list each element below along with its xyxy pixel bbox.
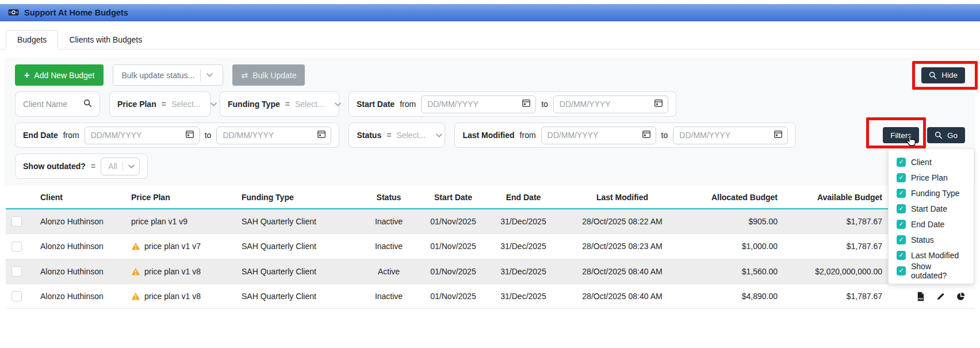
- add-new-budget-label: Add New Budget: [34, 71, 94, 80]
- calendar-icon[interactable]: [522, 98, 531, 110]
- checkbox-checked-icon[interactable]: ✓: [897, 266, 906, 276]
- price-plan-filter[interactable]: Price Plan = Select...: [109, 91, 210, 117]
- checkbox-checked-icon[interactable]: ✓: [897, 251, 906, 260]
- cell-available-budget: $1,787.67: [783, 209, 888, 234]
- calendar-icon[interactable]: [317, 129, 326, 141]
- swap-arrows-icon: ⇄: [241, 71, 248, 80]
- bulk-update-label: Bulk Update: [252, 71, 296, 80]
- cell-last-modified: 28/Oct/2025 08:22 AM: [559, 209, 686, 234]
- cell-funding-type: SAH Quarterly Client: [236, 234, 359, 259]
- chevron-down-icon[interactable]: [210, 102, 217, 106]
- equals-sign: =: [91, 162, 95, 171]
- checkbox-checked-icon[interactable]: ✓: [897, 158, 906, 167]
- to-word: to: [661, 131, 668, 140]
- chevron-down-icon: [206, 73, 213, 77]
- end-date-to-input[interactable]: [216, 127, 331, 144]
- tab-clients-with-budgets[interactable]: Clients with Budgets: [58, 30, 153, 49]
- client-name-input[interactable]: [23, 100, 78, 109]
- show-outdated-filter: Show outdated? = All: [15, 154, 148, 179]
- filters-menu-item-start-date[interactable]: ✓ Start Date: [889, 201, 974, 216]
- row-checkbox[interactable]: [12, 216, 22, 227]
- calendar-icon[interactable]: [774, 129, 783, 141]
- start-date-to-field[interactable]: [560, 100, 634, 109]
- chevron-down-icon[interactable]: [128, 165, 135, 169]
- search-icon: [935, 131, 943, 139]
- chevron-down-icon[interactable]: [436, 133, 442, 137]
- end-date-to-field[interactable]: [223, 131, 297, 140]
- calendar-icon[interactable]: [642, 129, 651, 141]
- last-modified-from-field[interactable]: [548, 131, 622, 140]
- filters-menu-item-show-outdated[interactable]: ✓ Show outdated?: [889, 263, 974, 278]
- equals-sign: =: [386, 131, 391, 140]
- search-icon[interactable]: [83, 99, 92, 110]
- tab-bar: Budgets Clients with Budgets: [0, 30, 980, 49]
- hide-button[interactable]: Hide: [921, 67, 965, 83]
- row-checkbox[interactable]: [12, 291, 22, 301]
- funding-type-filter[interactable]: Funding Type = Select...: [220, 91, 339, 117]
- status-filter[interactable]: Status = Select...: [349, 123, 445, 148]
- add-new-budget-button[interactable]: + Add New Budget: [15, 64, 104, 86]
- header-checkbox-column: [6, 188, 35, 209]
- filters-menu-item-client[interactable]: ✓ Client: [889, 154, 974, 170]
- filters-menu-item-last-modified[interactable]: ✓ Last Modified: [889, 247, 974, 263]
- end-date-from-input[interactable]: [85, 127, 200, 144]
- checkbox-checked-icon[interactable]: ✓: [897, 189, 906, 198]
- filters-menu-item-price-plan[interactable]: ✓ Price Plan: [889, 170, 974, 185]
- pie-chart-icon[interactable]: [956, 292, 965, 301]
- start-date-from-field[interactable]: [427, 100, 502, 109]
- show-outdated-select[interactable]: All: [101, 158, 140, 175]
- cell-allocated-budget: $905.00: [686, 209, 783, 234]
- tab-budgets[interactable]: Budgets: [6, 30, 58, 49]
- calendar-icon[interactable]: [185, 129, 194, 141]
- row-checkbox[interactable]: [12, 266, 22, 277]
- status-filter-label: Status: [357, 131, 381, 140]
- cell-status: Inactive: [359, 234, 419, 259]
- last-modified-to-field[interactable]: [679, 131, 754, 140]
- funding-type-filter-value: Select...: [295, 100, 324, 109]
- cell-end-date: 31/Dec/2025: [488, 209, 559, 234]
- cell-funding-type: SAH Quarterly Client: [236, 209, 359, 234]
- header-last-modified: Last Modified: [559, 188, 686, 209]
- menu-item-label: End Date: [911, 220, 944, 229]
- status-filter-value: Select...: [396, 131, 426, 140]
- cell-allocated-budget: $1,000.00: [686, 234, 783, 259]
- checkbox-checked-icon[interactable]: ✓: [897, 173, 906, 182]
- filters-button[interactable]: Filters: [883, 127, 919, 143]
- show-outdated-label: Show outdated?: [23, 162, 86, 171]
- to-word: to: [541, 100, 548, 109]
- last-modified-from-input[interactable]: [541, 127, 656, 144]
- bulk-update-status-select[interactable]: Bulk update status...: [113, 64, 223, 86]
- menu-item-label: Funding Type: [911, 189, 960, 198]
- filters-menu-item-end-date[interactable]: ✓ End Date: [889, 216, 974, 232]
- start-date-to-input[interactable]: [553, 95, 668, 113]
- start-date-from-input[interactable]: [421, 95, 536, 113]
- warning-icon: [131, 242, 140, 250]
- cell-allocated-budget: $4,890.00: [686, 284, 783, 308]
- table-header: Client Price Plan Funding Type Status St…: [6, 188, 974, 209]
- checkbox-checked-icon[interactable]: ✓: [897, 220, 906, 229]
- calendar-icon[interactable]: [654, 98, 663, 110]
- end-date-from-field[interactable]: [91, 131, 166, 140]
- toolbar-row: + Add New Budget Bulk update status... ⇄…: [15, 64, 965, 86]
- menu-item-label: Start Date: [911, 204, 947, 213]
- pdf-export-icon[interactable]: PDF: [916, 292, 925, 301]
- table-row: Alonzo Huthinson price plan v1 v8 SAH Qu…: [6, 259, 974, 284]
- edit-pencil-icon[interactable]: [936, 292, 945, 301]
- warning-icon: [131, 292, 140, 300]
- filters-menu-item-funding-type[interactable]: ✓ Funding Type: [889, 185, 974, 201]
- menu-item-label: Show outdated?: [911, 262, 966, 280]
- go-button[interactable]: Go: [927, 127, 965, 143]
- checkbox-checked-icon[interactable]: ✓: [897, 204, 906, 213]
- start-date-filter-label: Start Date: [357, 100, 395, 109]
- client-name-filter: [15, 91, 100, 117]
- filters-menu-item-status[interactable]: ✓ Status: [889, 232, 974, 247]
- price-plan-filter-label: Price Plan: [117, 100, 156, 109]
- bulk-update-button[interactable]: ⇄ Bulk Update: [232, 64, 305, 86]
- row-checkbox[interactable]: [12, 242, 22, 252]
- checkbox-checked-icon[interactable]: ✓: [897, 235, 906, 244]
- cell-status: Active: [359, 259, 419, 284]
- last-modified-to-input[interactable]: [673, 127, 788, 144]
- hide-label: Hide: [941, 71, 958, 79]
- plus-icon: +: [24, 70, 29, 81]
- chevron-down-icon[interactable]: [335, 102, 341, 106]
